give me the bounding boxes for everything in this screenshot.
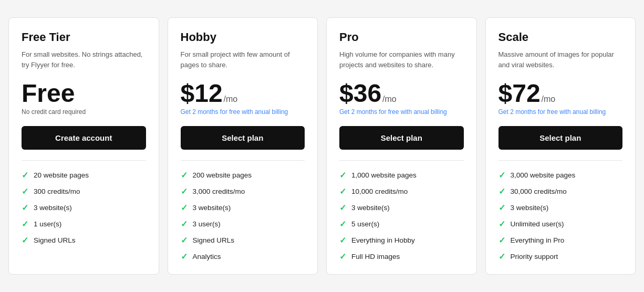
feature-text: Signed URLs	[193, 236, 235, 244]
check-icon: ✓	[339, 203, 346, 213]
check-icon: ✓	[339, 186, 346, 196]
feature-text: 3 user(s)	[193, 220, 221, 228]
list-item: ✓200 website pages	[181, 170, 305, 180]
list-item: ✓Priority support	[498, 252, 623, 262]
list-item: ✓Unlimited user(s)	[498, 219, 623, 229]
list-item: ✓3 website(s)	[22, 203, 146, 213]
check-icon: ✓	[339, 235, 346, 245]
plan-features-scale: ✓3,000 website pages✓30,000 credits/mo✓3…	[498, 170, 623, 262]
plan-button-free[interactable]: Create account	[22, 126, 146, 150]
pricing-grid: Free TierFor small websites. No strings …	[8, 17, 636, 275]
feature-text: 1,000 website pages	[351, 171, 417, 179]
plan-price-section-pro: $36/moGet 2 months for free with anual b…	[339, 81, 464, 119]
check-icon: ✓	[339, 219, 346, 229]
plan-description-pro: High volume for companies with many proj…	[339, 49, 464, 71]
check-icon: ✓	[181, 219, 188, 229]
plan-price-section-free: FreeNo credit card required	[22, 81, 146, 119]
plan-price-amount-hobby: $12	[181, 81, 223, 106]
feature-text: 3 website(s)	[351, 204, 390, 212]
check-icon: ✓	[339, 252, 346, 262]
feature-text: Everything in Pro	[511, 236, 565, 244]
feature-text: 5 user(s)	[351, 220, 379, 228]
feature-text: 10,000 credits/mo	[351, 187, 408, 195]
plan-name-pro: Pro	[339, 30, 464, 44]
list-item: ✓5 user(s)	[339, 219, 464, 229]
feature-text: 3 website(s)	[511, 204, 549, 212]
check-icon: ✓	[22, 235, 28, 245]
plan-billing-note-pro: Get 2 months for free with anual billing	[339, 108, 464, 116]
plan-card-scale: ScaleMassive amount of images for popula…	[485, 17, 636, 275]
check-icon: ✓	[22, 219, 28, 229]
check-icon: ✓	[181, 203, 188, 213]
list-item: ✓Everything in Hobby	[339, 235, 464, 245]
list-item: ✓10,000 credits/mo	[339, 186, 464, 196]
list-item: ✓Everything in Pro	[498, 235, 623, 245]
list-item: ✓Analytics	[181, 252, 305, 262]
plan-button-scale[interactable]: Select plan	[498, 126, 623, 150]
feature-text: Unlimited user(s)	[511, 220, 564, 228]
feature-text: 3 website(s)	[34, 204, 72, 212]
plan-card-hobby: HobbyFor small project with few amount o…	[168, 17, 318, 275]
plan-price-section-hobby: $12/moGet 2 months for free with anual b…	[181, 81, 305, 119]
list-item: ✓3,000 credits/mo	[181, 186, 305, 196]
plan-divider-free	[22, 160, 146, 161]
plan-price-amount-scale: $72	[498, 81, 541, 106]
plan-name-scale: Scale	[498, 30, 623, 44]
plan-description-hobby: For small project with few amount of pag…	[181, 49, 305, 71]
list-item: ✓3 website(s)	[498, 203, 623, 213]
check-icon: ✓	[498, 203, 505, 213]
list-item: ✓3 website(s)	[339, 203, 464, 213]
plan-price-row-pro: $36/mo	[339, 81, 464, 106]
check-icon: ✓	[339, 170, 346, 180]
plan-name-hobby: Hobby	[181, 30, 305, 44]
list-item: ✓300 credits/mo	[22, 186, 146, 196]
check-icon: ✓	[22, 186, 28, 196]
feature-text: 3,000 credits/mo	[193, 187, 245, 195]
plan-description-scale: Massive amount of images for popular and…	[498, 49, 623, 71]
plan-divider-hobby	[181, 160, 305, 161]
feature-text: Everything in Hobby	[351, 236, 415, 244]
plan-price-amount-pro: $36	[339, 81, 381, 106]
list-item: ✓30,000 credits/mo	[498, 186, 623, 196]
feature-text: 300 credits/mo	[34, 187, 80, 195]
plan-price-section-scale: $72/moGet 2 months for free with anual b…	[498, 81, 623, 119]
plan-card-free: Free TierFor small websites. No strings …	[8, 17, 159, 275]
check-icon: ✓	[498, 186, 505, 196]
plan-billing-note-scale: Get 2 months for free with anual billing	[498, 108, 623, 116]
check-icon: ✓	[498, 219, 505, 229]
plan-features-pro: ✓1,000 website pages✓10,000 credits/mo✓3…	[339, 170, 464, 262]
plan-price-row-hobby: $12/mo	[181, 81, 305, 106]
plan-divider-scale	[498, 160, 623, 161]
plan-divider-pro	[339, 160, 464, 161]
list-item: ✓1,000 website pages	[339, 170, 464, 180]
feature-text: 3,000 website pages	[511, 171, 576, 179]
plan-price-period-hobby: /mo	[224, 95, 238, 104]
list-item: ✓3,000 website pages	[498, 170, 623, 180]
plan-features-free: ✓20 website pages✓300 credits/mo✓3 websi…	[22, 170, 146, 245]
plan-button-pro[interactable]: Select plan	[339, 126, 464, 150]
check-icon: ✓	[498, 252, 505, 262]
plan-description-free: For small websites. No strings attached,…	[22, 49, 146, 71]
check-icon: ✓	[181, 170, 188, 180]
feature-text: Signed URLs	[34, 236, 76, 244]
plan-price-note-free: No credit card required	[22, 108, 146, 116]
plan-billing-note-hobby: Get 2 months for free with anual billing	[181, 108, 305, 116]
feature-text: Full HD images	[351, 253, 400, 260]
list-item: ✓3 user(s)	[181, 219, 305, 229]
list-item: ✓20 website pages	[22, 170, 146, 180]
list-item: ✓Full HD images	[339, 252, 464, 262]
check-icon: ✓	[22, 203, 28, 213]
list-item: ✓3 website(s)	[181, 203, 305, 213]
feature-text: 1 user(s)	[34, 220, 61, 228]
check-icon: ✓	[181, 252, 188, 262]
plan-features-hobby: ✓200 website pages✓3,000 credits/mo✓3 we…	[181, 170, 305, 262]
check-icon: ✓	[181, 186, 188, 196]
plan-name-free: Free Tier	[22, 30, 146, 44]
plan-button-hobby[interactable]: Select plan	[181, 126, 305, 150]
feature-text: 30,000 credits/mo	[511, 187, 567, 195]
feature-text: Priority support	[511, 253, 558, 260]
check-icon: ✓	[498, 170, 505, 180]
check-icon: ✓	[498, 235, 505, 245]
feature-text: 20 website pages	[34, 171, 89, 179]
list-item: ✓Signed URLs	[181, 235, 305, 245]
